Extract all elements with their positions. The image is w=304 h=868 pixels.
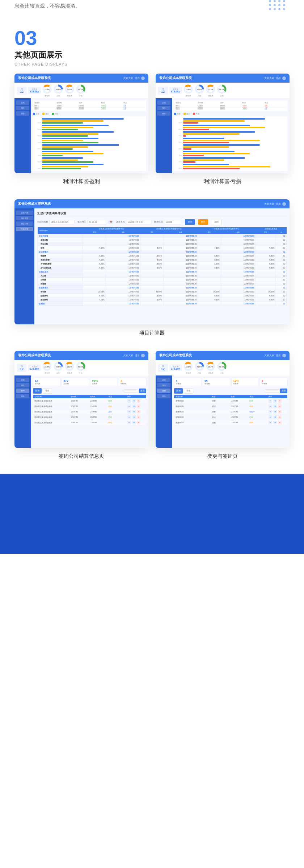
export-button[interactable]: 导出 bbox=[43, 388, 52, 394]
sidebar-item-project[interactable]: 项目 bbox=[16, 106, 29, 110]
search-input-signed[interactable] bbox=[124, 389, 138, 393]
profit-gain-item: 装饰公司成本管理系统 大家大家 退出 项 12 总造价 379.5 bbox=[14, 74, 148, 185]
back-button[interactable]: 返回 bbox=[211, 219, 222, 225]
stat-projects: 项 12 bbox=[17, 87, 27, 95]
status-select[interactable] bbox=[164, 220, 182, 224]
profit-loss-item: 装饰公司成本管理系统 大家大家 退出 项 12 总造价 379.5 bbox=[156, 74, 290, 185]
search-input-change[interactable] bbox=[265, 389, 279, 393]
del-sign-icon[interactable]: ✕ bbox=[278, 404, 282, 408]
delete-icon-2[interactable]: ✕ bbox=[137, 404, 140, 408]
view-icon[interactable]: 👁 bbox=[132, 399, 136, 403]
list-item: 签证单001 签证 12345789 待审 ✏ 👁 ✕ bbox=[174, 404, 287, 409]
change-sign-item: 装饰公司成本管理系统 大家大家 退出 项 12 总造价 379.5 bbox=[156, 351, 290, 460]
edit-change-icon[interactable]: ✏ bbox=[269, 399, 272, 403]
project-calc-header: 装饰公司成本管理系统 大家大家 退出 bbox=[14, 199, 290, 208]
svg-text:60.5%: 60.5% bbox=[219, 366, 225, 368]
table-row: 其它运营成本 5.50%12345789.00 5.50%12345789.00… bbox=[38, 266, 287, 270]
calendar-icon[interactable]: 📅 bbox=[108, 220, 113, 224]
delete-icon-3[interactable]: ✕ bbox=[137, 410, 140, 414]
sidebar-item-project-2[interactable]: 项目 bbox=[157, 106, 170, 110]
view-icon-5[interactable]: 👁 bbox=[132, 421, 136, 424]
intro-text: 息会比较直观，不容易混淆。 bbox=[14, 2, 290, 10]
edit-icon-4[interactable]: ✏ bbox=[127, 415, 131, 419]
delete-icon[interactable]: ✕ bbox=[137, 399, 140, 403]
svg-text:23.9%: 23.9% bbox=[208, 366, 214, 368]
calc-sidebar-calc[interactable]: 汇总计算 bbox=[16, 227, 33, 231]
bar-chart: 项目A 项目B bbox=[33, 116, 146, 171]
reset-button[interactable]: 重置 bbox=[198, 219, 208, 225]
header-bell-icon-2 bbox=[282, 76, 286, 80]
search-signed-button[interactable]: 搜索 bbox=[139, 389, 146, 393]
chart-legend: 造价 成本 利润 bbox=[33, 113, 146, 115]
profit-loss-label: 利润计算器-亏损 bbox=[204, 178, 241, 185]
table-row: 发票金额 12345789.00 12345789.00 12345789.00… bbox=[38, 238, 287, 242]
view-sg2-icon[interactable]: 👁 bbox=[273, 415, 277, 419]
header-bell-icon bbox=[141, 76, 145, 80]
profit-loss-app: 装饰公司成本管理系统 大家大家 退出 项 12 总造价 379.5 bbox=[156, 74, 290, 173]
delete-icon-4[interactable]: ✕ bbox=[137, 415, 140, 419]
table-row: 税率 5.90%12345789.00 5.00%12345789.00 3.0… bbox=[38, 246, 287, 250]
table-row: ① 合同金额 12345789.00 12345789.00 12345789.… bbox=[38, 234, 287, 238]
list-item: 济南晨玉家居综合服务 12345789 12345789 待结 ✏ 👁 ✕ bbox=[33, 404, 146, 409]
change-bell-icon bbox=[282, 354, 286, 357]
edit-ch2-icon[interactable]: ✏ bbox=[269, 410, 272, 414]
donut-4: 60.6% 占比 bbox=[76, 84, 86, 97]
section-number: 03 bbox=[14, 28, 290, 48]
supplier-input[interactable] bbox=[49, 220, 75, 224]
project-calc-section: 装饰公司成本管理系统 大家大家 退出 总览外观 项目管理 报告分析 汇总计算 bbox=[0, 199, 304, 340]
edit-icon[interactable]: ✏ bbox=[127, 399, 131, 403]
unit-select[interactable] bbox=[126, 220, 151, 224]
donut-1: 23.9% 优化率 bbox=[42, 84, 52, 97]
del-change-icon[interactable]: ✕ bbox=[278, 399, 282, 403]
calc-table-wrapper: Description 济南晨玉家居综合外卖服务中心 济南晨玉家居综合外卖服务中… bbox=[37, 227, 287, 306]
date-input[interactable] bbox=[87, 220, 107, 224]
edit-sg2-icon[interactable]: ✏ bbox=[269, 415, 272, 419]
table-row: 市场拓展费 5.50%12345789.00 5.50%12345789.00 … bbox=[38, 258, 287, 262]
view-icon-2[interactable]: 👁 bbox=[132, 404, 136, 408]
search-change-button[interactable]: 搜索 bbox=[280, 389, 287, 393]
table-row: 材料费 12345789.00 12345789.00 12345789.00 … bbox=[38, 278, 287, 282]
view-ch3-icon[interactable]: 👁 bbox=[273, 421, 277, 424]
view-change-icon[interactable]: 👁 bbox=[273, 399, 277, 403]
del-ch2-icon[interactable]: ✕ bbox=[278, 410, 282, 414]
add-signed-button[interactable]: 新增 bbox=[33, 388, 42, 394]
edit-sign-icon[interactable]: ✏ bbox=[269, 404, 272, 408]
edit-icon-5[interactable]: ✏ bbox=[127, 421, 131, 424]
signed-company-header: 装饰公司成本管理系统 大家大家 退出 bbox=[14, 351, 148, 360]
signed-company-app: 装饰公司成本管理系统 大家大家 退出 项 12 总造价 379.5 bbox=[14, 351, 148, 448]
calc-page-title: 汇总计算查询条件设置 bbox=[37, 211, 287, 217]
sidebar-item-overview[interactable]: 总览 bbox=[16, 100, 29, 105]
table-row: ③ 施工成本 12345789.00 12345789.00 12345789.… bbox=[38, 270, 287, 274]
sidebar-item-report-2[interactable]: 报告 bbox=[157, 111, 170, 116]
view-icon-3[interactable]: 👁 bbox=[132, 410, 136, 414]
donut-7: 23.9% 优化率 bbox=[206, 84, 216, 97]
export-change-button[interactable]: 导出 bbox=[184, 388, 193, 394]
change-stats: 项 12 总造价 379.59万 23.9% 优化率 bbox=[156, 360, 290, 375]
project-calc-title: 装饰公司成本管理系统 bbox=[18, 202, 51, 206]
svg-text:60.6%: 60.6% bbox=[78, 88, 84, 91]
sidebar-item-overview-2[interactable]: 总览 bbox=[157, 100, 170, 105]
stat-total: 总造价 379.59万 bbox=[28, 87, 41, 94]
view-icon-4[interactable]: 👁 bbox=[132, 415, 136, 419]
calc-sidebar-project[interactable]: 项目管理 bbox=[16, 216, 33, 220]
view-sign-icon[interactable]: 👁 bbox=[273, 404, 277, 408]
add-change-button[interactable]: 新增 bbox=[174, 388, 183, 394]
calc-sidebar-overview[interactable]: 总览外观 bbox=[16, 211, 33, 215]
svg-text:49.8%: 49.8% bbox=[56, 366, 61, 368]
sidebar-item-report[interactable]: 报告 bbox=[16, 111, 29, 116]
query-button[interactable]: 查询 bbox=[185, 219, 195, 225]
calc-sidebar-report[interactable]: 报告分析 bbox=[16, 221, 33, 226]
edit-icon-2[interactable]: ✏ bbox=[127, 404, 131, 408]
edit-ch3-icon[interactable]: ✏ bbox=[269, 421, 272, 424]
svg-text:23.9%: 23.9% bbox=[186, 366, 191, 368]
edit-icon-3[interactable]: ✏ bbox=[127, 410, 131, 414]
list-item: 济南晨玉家居综合服务 12345789 12345789 进行 ✏ 👁 ✕ bbox=[33, 409, 146, 415]
table-row: ⑤ 利润 12345789.00 12345789.00 12345789.00… bbox=[38, 302, 287, 306]
svg-text:23.9%: 23.9% bbox=[67, 366, 72, 368]
delete-icon-5[interactable]: ✕ bbox=[137, 421, 140, 424]
del-ch3-icon[interactable]: ✕ bbox=[278, 421, 282, 424]
svg-text:49.8%: 49.8% bbox=[197, 88, 202, 91]
view-ch2-icon[interactable]: 👁 bbox=[273, 410, 277, 414]
calc-main: 汇总计算查询条件设置 供应商名称 项目时间 📅 bbox=[34, 208, 290, 324]
del-sg2-icon[interactable]: ✕ bbox=[278, 415, 282, 419]
